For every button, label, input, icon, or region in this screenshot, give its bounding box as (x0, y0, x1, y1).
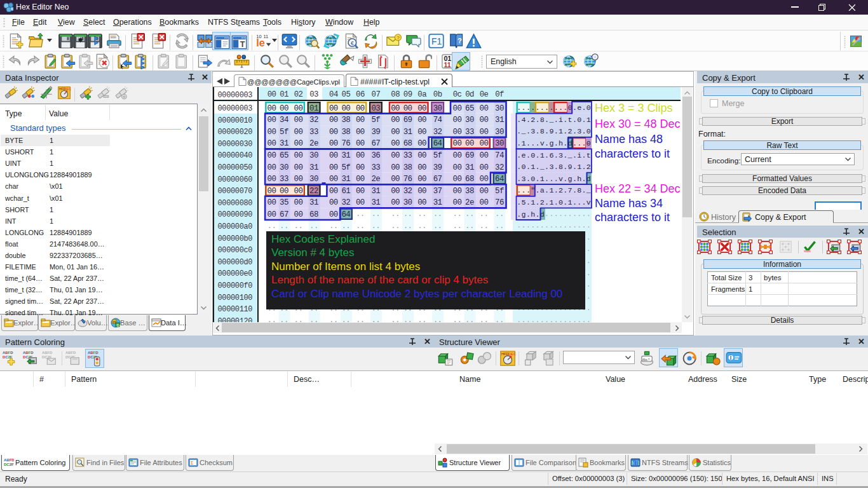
svg-text:.: . (563, 316, 567, 322)
svg-text:ABFD: ABFD (88, 351, 98, 355)
svg-text:.: . (582, 198, 587, 207)
svg-text:00000050: 00000050 (218, 163, 253, 172)
svg-text:.: . (577, 198, 581, 207)
svg-text:.: . (526, 104, 531, 112)
svg-text:1: 1 (549, 198, 553, 207)
svg-text:68: 68 (309, 210, 318, 219)
svg-text:..: .. (465, 222, 474, 231)
svg-text:g: g (549, 139, 553, 147)
svg-text:00: 00 (268, 163, 276, 172)
svg-text:.: . (545, 104, 549, 112)
svg-text:.: . (573, 127, 577, 135)
svg-text:.: . (554, 186, 559, 194)
svg-text:32: 32 (309, 116, 318, 125)
svg-text:.: . (545, 198, 549, 207)
svg-text:39: 39 (371, 128, 380, 137)
svg-text:t: t (587, 151, 591, 159)
svg-text:67: 67 (433, 175, 442, 184)
svg-text:..: .. (480, 222, 489, 231)
svg-text:00: 00 (356, 139, 365, 148)
svg-text:00: 00 (268, 151, 276, 160)
svg-text:.: . (563, 221, 567, 229)
svg-text:3: 3 (531, 127, 535, 135)
svg-text:.: . (540, 316, 545, 322)
svg-text:.: . (554, 139, 559, 147)
svg-text:.: . (517, 163, 521, 171)
svg-text:00: 00 (356, 116, 365, 125)
svg-text:00: 00 (329, 163, 338, 172)
svg-text:33: 33 (465, 128, 474, 137)
svg-text:00000120: 00000120 (218, 317, 253, 322)
svg-text:.: . (573, 151, 577, 159)
svg-text:07: 07 (372, 90, 381, 99)
svg-text:.: . (549, 221, 553, 229)
svg-text:00: 00 (329, 128, 338, 137)
svg-text:..: .. (341, 222, 350, 231)
svg-text:1: 1 (540, 151, 545, 159)
svg-text:69: 69 (403, 116, 412, 125)
svg-text:.: . (517, 221, 521, 229)
svg-text:.: . (554, 163, 559, 171)
svg-text:h: h (559, 139, 563, 147)
svg-text:.: . (526, 127, 531, 135)
svg-text:.: . (559, 210, 563, 218)
svg-text:.: . (568, 221, 573, 229)
svg-text:..: .. (309, 222, 318, 231)
svg-text:.: . (522, 186, 526, 194)
svg-text:69: 69 (465, 151, 474, 160)
svg-text:.: . (559, 221, 563, 229)
svg-text:.: . (545, 151, 549, 159)
svg-text:00: 00 (268, 128, 276, 137)
svg-text:00: 00 (294, 104, 303, 113)
svg-text:0a: 0a (417, 90, 426, 99)
svg-text:ABFD: ABFD (4, 458, 14, 462)
svg-text:00000070: 00000070 (218, 187, 253, 196)
svg-text:.: . (522, 221, 526, 229)
svg-text:..: .. (371, 210, 380, 219)
svg-text:.: . (563, 139, 567, 147)
svg-text:67: 67 (371, 139, 380, 148)
svg-text:02: 02 (294, 90, 303, 99)
svg-text:.: . (536, 175, 540, 183)
svg-text:00: 00 (403, 104, 412, 113)
svg-text:32: 32 (433, 128, 442, 137)
svg-text:00: 00 (480, 139, 489, 148)
svg-text:32: 32 (341, 198, 350, 207)
svg-text:.: . (587, 280, 591, 288)
svg-text:00: 00 (453, 187, 462, 196)
svg-text:.: . (517, 127, 521, 135)
svg-text:..: .. (417, 210, 426, 219)
svg-text:00: 00 (356, 187, 365, 196)
svg-text:00: 00 (356, 128, 365, 137)
svg-text:.: . (577, 210, 581, 218)
svg-text:65: 65 (465, 104, 474, 113)
svg-text:.: . (568, 210, 573, 218)
svg-text:..: .. (280, 222, 288, 231)
svg-text:..: .. (417, 316, 426, 322)
svg-text:1: 1 (577, 163, 581, 171)
svg-text:00: 00 (329, 151, 338, 160)
svg-text:000000e0: 000000e0 (218, 269, 253, 278)
svg-text:.: . (563, 127, 567, 135)
svg-text:.: . (536, 104, 540, 112)
svg-text:.: . (526, 198, 531, 207)
svg-text:2: 2 (540, 198, 545, 207)
svg-text:30: 30 (280, 163, 288, 172)
svg-text:00: 00 (294, 175, 303, 184)
svg-text:.: . (526, 221, 531, 229)
svg-text:.: . (582, 175, 587, 183)
svg-text:le: le (256, 37, 265, 48)
svg-text:.: . (536, 127, 540, 135)
svg-text:T: T (240, 40, 245, 49)
svg-text:1: 1 (540, 175, 545, 183)
svg-text:3: 3 (549, 163, 553, 171)
svg-text:8: 8 (559, 163, 563, 171)
svg-text:v: v (587, 198, 591, 207)
svg-text:.: . (587, 292, 591, 301)
svg-text:..: .. (433, 222, 442, 231)
svg-text:.: . (554, 127, 559, 135)
svg-text:00: 00 (480, 198, 489, 207)
svg-text:..: .. (403, 222, 412, 231)
svg-text:€: € (351, 40, 354, 46)
svg-text:.: . (526, 175, 531, 183)
